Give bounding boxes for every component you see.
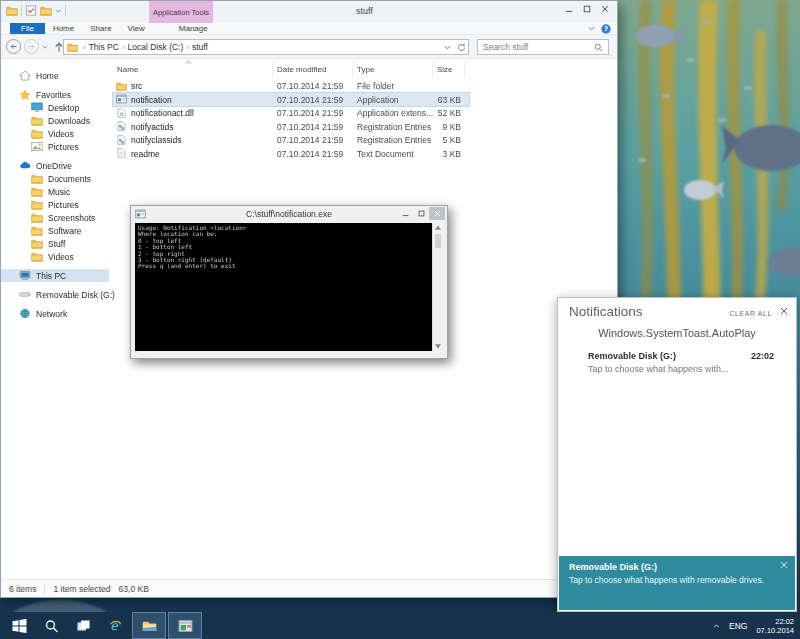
sidebar-item-this-pc[interactable]: This PC (1, 269, 109, 282)
address-box[interactable]: ›This PC›Local Disk (C:)›stuff (63, 39, 469, 55)
help-icon[interactable]: ? (601, 24, 611, 34)
forward-icon (27, 42, 36, 51)
taskbar-start-button[interactable] (4, 612, 34, 639)
sidebar-item-removable-disk-g[interactable]: Removable Disk (G:) (1, 288, 109, 301)
console-window: C:\stuff\notification.exe Usage: Notific… (130, 205, 448, 359)
taskbar-search-button[interactable] (36, 612, 66, 639)
taskbar-task-view-button[interactable] (68, 612, 98, 639)
customize-qat-chevron-icon[interactable] (55, 8, 62, 14)
table-row[interactable]: notifyactids07.10.2014 21:59Registration… (113, 120, 469, 134)
sidebar-item-label: Desktop (48, 103, 79, 113)
show-hidden-icons-chevron-icon[interactable] (713, 623, 720, 629)
refresh-icon[interactable] (457, 43, 466, 52)
onedrive-icon (19, 160, 31, 171)
file-list: src07.10.2014 21:59File foldernotificati… (113, 79, 469, 160)
sidebar-item-documents[interactable]: Documents (1, 172, 109, 185)
explorer-titlebar[interactable]: Application Tools stuff (1, 1, 617, 23)
scroll-up-arrow-icon[interactable] (433, 223, 443, 232)
column-header-date-modified[interactable]: Date modified (273, 61, 353, 77)
table-row[interactable]: notifyclassids07.10.2014 21:59Registrati… (113, 133, 469, 147)
taskbar-clock[interactable]: 22:02 07.10.2014 (756, 617, 794, 635)
sidebar-item-desktop[interactable]: Desktop (1, 101, 109, 114)
sidebar-item-software[interactable]: Software (1, 224, 109, 237)
minimize-button[interactable] (560, 1, 578, 16)
task-view-icon (76, 619, 91, 633)
toast-close-icon[interactable] (780, 561, 788, 569)
tab-home[interactable]: Home (45, 23, 82, 34)
taskbar-file-explorer-button[interactable] (132, 612, 166, 639)
sidebar-item-label: OneDrive (36, 161, 72, 171)
notification-time: 22:02 (751, 351, 774, 361)
console-scrollbar[interactable] (432, 223, 443, 351)
table-row[interactable]: src07.10.2014 21:59File folder (113, 79, 469, 93)
sidebar-item-label: Screenshots (48, 213, 95, 223)
back-button[interactable] (6, 39, 21, 54)
notifications-panel: Notifications CLEAR ALL Windows.SystemTo… (557, 297, 797, 612)
dll-icon (116, 108, 127, 118)
table-row[interactable]: notification07.10.2014 21:59Application6… (113, 93, 469, 107)
tab-file[interactable]: File (10, 23, 45, 34)
table-row[interactable]: readme07.10.2014 21:59Text Document3 KB (113, 147, 469, 161)
sidebar-item-downloads[interactable]: Downloads (1, 114, 109, 127)
sidebar-item-pictures[interactable]: Pictures (1, 140, 109, 153)
autoplay-toast[interactable]: Removable Disk (G:) Tap to choose what h… (559, 556, 795, 610)
breadcrumb-item-local-disk-c[interactable]: Local Disk (C:) (128, 42, 184, 52)
language-indicator[interactable]: ENG (729, 621, 747, 631)
tab-manage[interactable]: Manage (171, 23, 216, 34)
new-folder-icon[interactable] (40, 5, 52, 16)
notifications-close-icon[interactable] (780, 307, 788, 315)
folder-icon (31, 251, 43, 262)
table-row[interactable]: notificationact.dll07.10.2014 21:59Appli… (113, 106, 469, 120)
forward-button[interactable] (24, 39, 39, 54)
breadcrumb-item-this-pc[interactable]: This PC (89, 42, 119, 52)
scroll-down-arrow-icon[interactable] (433, 342, 443, 351)
window-folder-icon (6, 5, 18, 16)
file-date-modified: 07.10.2014 21:59 (277, 149, 343, 159)
sidebar-item-screenshots[interactable]: Screenshots (1, 211, 109, 224)
expand-ribbon-chevron-icon[interactable] (588, 25, 595, 32)
sidebar-item-music[interactable]: Music (1, 185, 109, 198)
sidebar-item-videos[interactable]: Videos (1, 250, 109, 263)
properties-icon[interactable] (25, 5, 37, 16)
breadcrumb-item-stuff[interactable]: stuff (192, 42, 208, 52)
search-input[interactable] (478, 42, 594, 52)
sidebar-item-home[interactable]: Home (1, 69, 109, 82)
tab-share[interactable]: Share (82, 23, 119, 34)
taskbar-console-app-button[interactable] (168, 612, 202, 639)
notification-item[interactable]: Removable Disk (G:)22:02Tap to choose wh… (588, 351, 774, 374)
console-maximize-button[interactable] (413, 207, 429, 220)
console-close-button[interactable] (429, 207, 445, 220)
column-header-type[interactable]: Type (353, 61, 433, 77)
sidebar-item-label: Favorites (36, 90, 71, 100)
scrollbar-thumb[interactable] (435, 234, 441, 248)
sidebar-item-videos[interactable]: Videos (1, 127, 109, 140)
svg-text:?: ? (604, 25, 608, 33)
address-dropdown-chevron-icon[interactable] (444, 44, 451, 51)
file-name: src (131, 81, 142, 91)
sidebar-item-stuff[interactable]: Stuff (1, 237, 109, 250)
file-name: notificationact.dll (131, 108, 194, 118)
console-minimize-button[interactable] (397, 207, 413, 220)
search-icon[interactable] (594, 43, 603, 52)
sidebar-item-onedrive[interactable]: OneDrive (1, 159, 109, 172)
desktop: { "colors": { "accent_blue": "#1d6ec1", … (0, 0, 800, 639)
taskbar-internet-explorer-button[interactable]: e (100, 612, 130, 639)
clear-all-button[interactable]: CLEAR ALL (729, 310, 772, 317)
sidebar-item-pictures[interactable]: Pictures (1, 198, 109, 211)
sidebar-item-favorites[interactable]: Favorites (1, 88, 109, 101)
triangle-down-icon (435, 344, 441, 349)
search-box (477, 39, 609, 55)
column-header-size[interactable]: Size (433, 61, 465, 77)
breadcrumb-separator: › (80, 43, 89, 52)
close-button[interactable] (596, 1, 614, 16)
file-type: File folder (357, 81, 394, 91)
column-header-name[interactable]: Name (113, 61, 273, 77)
ribbon-controls: ? (588, 23, 611, 34)
system-tray: ENG 22:02 07.10.2014 (713, 612, 794, 639)
maximize-button[interactable] (578, 1, 596, 16)
recent-locations-chevron-icon[interactable] (42, 44, 48, 50)
ie-icon: e (108, 619, 123, 633)
sidebar-item-network[interactable]: Network (1, 307, 109, 320)
tab-view[interactable]: View (120, 23, 153, 34)
console-titlebar[interactable]: C:\stuff\notification.exe (131, 206, 447, 222)
